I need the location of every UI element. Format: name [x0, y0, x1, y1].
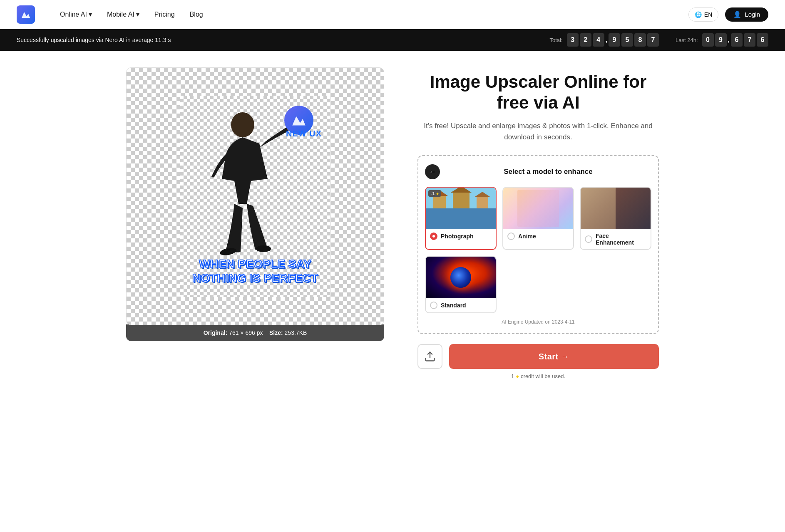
- digit-6: 6: [731, 33, 743, 47]
- svg-point-3: [256, 245, 271, 252]
- logo-icon: [17, 5, 35, 24]
- action-row: Start →: [417, 344, 659, 369]
- back-button[interactable]: ←: [425, 164, 440, 179]
- model-grid-top: -1 ● Photograph: [425, 187, 651, 250]
- image-info-bar: Original: 761 × 696 px Size: 253.7KB: [126, 324, 384, 341]
- coin-icon: ●: [436, 191, 439, 196]
- radio-face[interactable]: [585, 235, 592, 243]
- digit-3: 3: [567, 33, 579, 47]
- svg-point-0: [231, 112, 254, 137]
- login-button[interactable]: 👤 Login: [725, 7, 768, 22]
- digit-8: 8: [634, 33, 646, 47]
- badge-minus1: -1 ●: [428, 190, 441, 197]
- digit-9b: 9: [715, 33, 727, 47]
- digit-9: 9: [609, 33, 620, 47]
- nav-item-online-ai[interactable]: Online AI ▾: [60, 10, 92, 18]
- main-content: NEW UX: [101, 51, 684, 396]
- model-card-standard[interactable]: Standard: [425, 256, 497, 313]
- stats-counters: Total: 3 2 4 , 9 5 8 7 Last 24h: 0 9 , 6…: [550, 33, 768, 47]
- model-card-face[interactable]: Face Enhancement: [580, 187, 651, 250]
- digit-0: 0: [702, 33, 714, 47]
- total-digit-boxes: 3 2 4 , 9 5 8 7: [567, 33, 659, 47]
- upload-button[interactable]: [417, 344, 442, 369]
- nav-item-pricing[interactable]: Pricing: [154, 11, 175, 18]
- model-card-face-label: Face Enhancement: [581, 229, 651, 249]
- digit-sep-2: ,: [728, 33, 730, 47]
- last24h-digit-boxes: 0 9 , 6 7 6: [702, 33, 768, 47]
- model-card-photograph-label: Photograph: [426, 229, 496, 243]
- model-selector-title: Select a model to enhance: [445, 168, 651, 176]
- digit-7: 7: [647, 33, 659, 47]
- image-container: NEW UX: [126, 67, 384, 325]
- upload-icon: [424, 351, 436, 362]
- globe-icon: 🌐: [695, 11, 702, 18]
- navbar: Online AI ▾ Mobile AI ▾ Pricing Blog 🌐 E…: [0, 0, 785, 29]
- start-button[interactable]: Start →: [449, 344, 659, 369]
- chevron-down-icon: ▾: [136, 10, 139, 18]
- radio-anime[interactable]: [507, 233, 515, 240]
- model-card-photograph[interactable]: -1 ● Photograph: [425, 187, 497, 250]
- credit-coin-icon: ●: [516, 373, 519, 379]
- model-header: ← Select a model to enhance: [425, 164, 651, 179]
- model-selector: ← Select a model to enhance: [417, 155, 659, 334]
- model-grid-bottom: Standard: [425, 256, 651, 313]
- language-selector[interactable]: 🌐 EN: [688, 7, 718, 22]
- stats-bar: Successfully upscaled images via Nero AI…: [0, 29, 785, 51]
- logo[interactable]: [17, 5, 35, 24]
- model-card-anime[interactable]: Anime: [502, 187, 574, 250]
- last24h-label: Last 24h:: [676, 37, 698, 43]
- total-label: Total:: [550, 37, 563, 43]
- nav-right: 🌐 EN 👤 Login: [688, 7, 768, 22]
- nav-links: Online AI ▾ Mobile AI ▾ Pricing Blog: [60, 10, 672, 18]
- engine-note: AI Engine Updated on 2023-4-11: [425, 319, 651, 325]
- user-icon: 👤: [733, 11, 741, 18]
- credit-note: 1 ● credit will be used.: [417, 373, 659, 379]
- digit-6b: 6: [757, 33, 768, 47]
- nav-item-blog[interactable]: Blog: [190, 11, 203, 18]
- model-card-standard-label: Standard: [426, 298, 496, 312]
- digit-2: 2: [580, 33, 591, 47]
- stats-message: Successfully upscaled images via Nero AI…: [17, 37, 550, 43]
- image-preview-area: NEW UX: [126, 67, 384, 341]
- last24h-counter: Last 24h: 0 9 , 6 7 6: [676, 33, 768, 47]
- digit-7b: 7: [744, 33, 755, 47]
- chevron-down-icon: ▾: [89, 10, 92, 18]
- model-card-anime-label: Anime: [503, 229, 573, 243]
- controls-area: Image Upscaler Online for free via AI It…: [417, 67, 659, 379]
- total-counter: Total: 3 2 4 , 9 5 8 7: [550, 33, 659, 47]
- radio-standard[interactable]: [430, 302, 437, 309]
- radio-photograph[interactable]: [430, 233, 437, 240]
- new-ux-text: NEW UX: [286, 129, 322, 139]
- digit-4: 4: [593, 33, 604, 47]
- digit-sep: ,: [606, 33, 607, 47]
- hero-title: Image Upscaler Online for free via AI: [417, 72, 659, 114]
- digit-5: 5: [621, 33, 633, 47]
- nav-item-mobile-ai[interactable]: Mobile AI ▾: [107, 10, 139, 18]
- hero-subtitle: It's free! Upscale and enlarge images & …: [417, 120, 659, 143]
- meme-text-line1: WHEN PEOPLE SAY NOTHING IS PERFECT: [189, 254, 321, 288]
